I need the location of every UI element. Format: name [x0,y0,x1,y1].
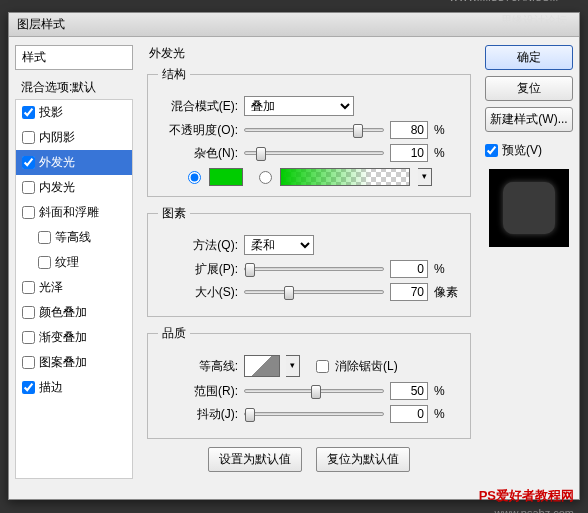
spread-slider[interactable] [244,267,384,271]
panel-title: 外发光 [149,45,471,62]
style-list: 投影内阴影外发光内发光斜面和浮雕等高线纹理光泽颜色叠加渐变叠加图案叠加描边 [15,99,133,479]
preview-box [489,169,569,247]
style-checkbox-3[interactable] [22,181,35,194]
watermark-url: www.psahz.com [495,507,574,513]
style-checkbox-10[interactable] [22,356,35,369]
opacity-slider[interactable] [244,128,384,132]
style-checkbox-0[interactable] [22,106,35,119]
style-item-8[interactable]: 颜色叠加 [16,300,132,325]
cancel-button[interactable]: 复位 [485,76,573,101]
style-checkbox-8[interactable] [22,306,35,319]
style-label-7: 光泽 [39,279,63,296]
noise-slider[interactable] [244,151,384,155]
style-label-8: 颜色叠加 [39,304,87,321]
technique-label: 方法(Q): [158,237,238,254]
style-checkbox-7[interactable] [22,281,35,294]
forum-name: 思缘设计论坛 [501,13,567,28]
contour-swatch[interactable] [244,355,280,377]
preview-label: 预览(V) [502,142,542,159]
reset-default-button[interactable]: 复位为默认值 [316,447,410,472]
style-item-6[interactable]: 纹理 [16,250,132,275]
antialias-checkbox[interactable] [316,360,329,373]
jitter-input[interactable] [390,405,428,423]
style-checkbox-4[interactable] [22,206,35,219]
style-item-4[interactable]: 斜面和浮雕 [16,200,132,225]
titlebar: 图层样式 思缘设计论坛 [9,13,579,37]
style-item-7[interactable]: 光泽 [16,275,132,300]
style-item-9[interactable]: 渐变叠加 [16,325,132,350]
blend-options-label[interactable]: 混合选项:默认 [15,76,133,99]
gradient-swatch[interactable] [280,168,410,186]
blend-mode-select[interactable]: 叠加 [244,96,354,116]
range-input[interactable] [390,382,428,400]
style-item-10[interactable]: 图案叠加 [16,350,132,375]
site-url: WWW.MISSYUAN.COM [449,0,558,3]
color-radio[interactable] [188,171,201,184]
style-label-9: 渐变叠加 [39,329,87,346]
size-unit: 像素 [434,284,458,301]
style-label-5: 等高线 [55,229,91,246]
style-item-11[interactable]: 描边 [16,375,132,400]
range-label: 范围(R): [158,383,238,400]
spread-unit: % [434,262,445,276]
size-label: 大小(S): [158,284,238,301]
right-column: 确定 复位 新建样式(W)... 预览(V) [479,37,579,499]
gradient-dropdown-icon[interactable]: ▾ [418,168,432,186]
style-label-6: 纹理 [55,254,79,271]
contour-dropdown-icon[interactable]: ▾ [286,355,300,377]
style-checkbox-5[interactable] [38,231,51,244]
opacity-label: 不透明度(O): [158,122,238,139]
jitter-label: 抖动(J): [158,406,238,423]
size-input[interactable] [390,283,428,301]
jitter-slider[interactable] [244,412,384,416]
style-label-11: 描边 [39,379,63,396]
color-swatch[interactable] [209,168,243,186]
style-item-3[interactable]: 内发光 [16,175,132,200]
antialias-label: 消除锯齿(L) [335,358,398,375]
technique-select[interactable]: 柔和 [244,235,314,255]
layer-style-dialog: 图层样式 思缘设计论坛 样式 混合选项:默认 投影内阴影外发光内发光斜面和浮雕等… [8,12,580,500]
quality-group: 品质 等高线: ▾ 消除锯齿(L) 范围(R): % 抖动(J): [147,325,471,439]
style-checkbox-1[interactable] [22,131,35,144]
style-checkbox-11[interactable] [22,381,35,394]
elements-group: 图素 方法(Q): 柔和 扩展(P): % 大小(S): 像素 [147,205,471,317]
preview-checkbox[interactable] [485,144,498,157]
opacity-unit: % [434,123,445,137]
style-checkbox-6[interactable] [38,256,51,269]
new-style-button[interactable]: 新建样式(W)... [485,107,573,132]
jitter-unit: % [434,407,445,421]
watermark-text: PS爱好者教程网 [479,487,574,505]
style-item-5[interactable]: 等高线 [16,225,132,250]
style-label-10: 图案叠加 [39,354,87,371]
sidebar: 样式 混合选项:默认 投影内阴影外发光内发光斜面和浮雕等高线纹理光泽颜色叠加渐变… [9,37,139,499]
style-label-1: 内阴影 [39,129,75,146]
style-label-4: 斜面和浮雕 [39,204,99,221]
structure-group: 结构 混合模式(E): 叠加 不透明度(O): % 杂色(N): % [147,66,471,197]
dialog-title: 图层样式 [17,16,65,33]
spread-input[interactable] [390,260,428,278]
sidebar-title[interactable]: 样式 [15,45,133,70]
size-slider[interactable] [244,290,384,294]
gradient-radio[interactable] [259,171,272,184]
noise-unit: % [434,146,445,160]
range-unit: % [434,384,445,398]
style-label-0: 投影 [39,104,63,121]
structure-legend: 结构 [158,66,190,83]
range-slider[interactable] [244,389,384,393]
noise-input[interactable] [390,144,428,162]
ok-button[interactable]: 确定 [485,45,573,70]
main-panel: 外发光 结构 混合模式(E): 叠加 不透明度(O): % 杂色(N): [139,37,479,499]
contour-label: 等高线: [158,358,238,375]
elements-legend: 图素 [158,205,190,222]
style-checkbox-2[interactable] [22,156,35,169]
set-default-button[interactable]: 设置为默认值 [208,447,302,472]
style-item-2[interactable]: 外发光 [16,150,132,175]
opacity-input[interactable] [390,121,428,139]
style-checkbox-9[interactable] [22,331,35,344]
style-item-0[interactable]: 投影 [16,100,132,125]
style-label-2: 外发光 [39,154,75,171]
preview-thumbnail [503,182,555,234]
spread-label: 扩展(P): [158,261,238,278]
style-item-1[interactable]: 内阴影 [16,125,132,150]
noise-label: 杂色(N): [158,145,238,162]
